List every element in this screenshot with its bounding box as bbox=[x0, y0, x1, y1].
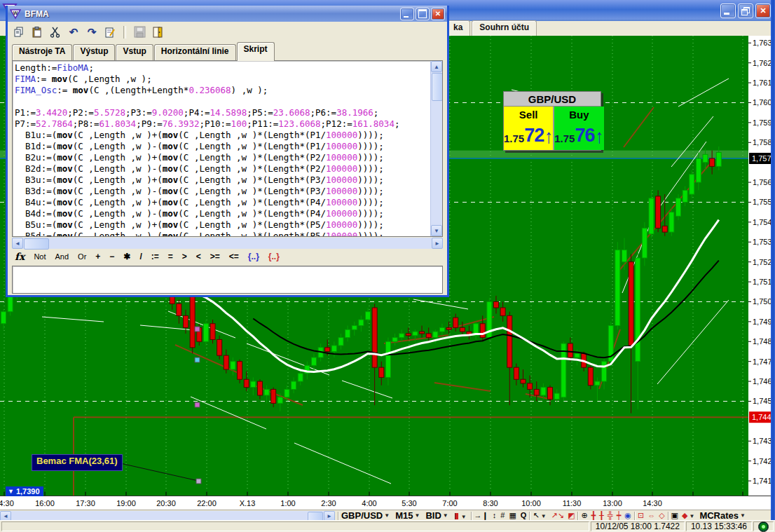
buy-up-arrow-icon: ↑ bbox=[596, 127, 604, 146]
editor-vertical-scrollbar[interactable]: ▲ ▼ bbox=[430, 61, 442, 236]
script-editor[interactable]: Length:=FiboMA;FIMA:= mov(C ,Length ,w )… bbox=[12, 60, 443, 237]
shapes-tool[interactable]: ◩ bbox=[568, 512, 575, 519]
svg-text:1,7470: 1,7470 bbox=[753, 357, 771, 366]
svg-text:W: W bbox=[13, 11, 18, 15]
fit-vertical-button[interactable]: ↕ bbox=[493, 512, 497, 519]
operator--button[interactable]: = bbox=[168, 252, 173, 261]
trend-arrows-tool[interactable]: ↗↘ bbox=[551, 512, 564, 519]
svg-text:22:00: 22:00 bbox=[197, 499, 217, 507]
operator--button[interactable]: := bbox=[151, 252, 159, 261]
price-axis[interactable]: 1,76301,76201,76101,76001,75901,75801,75… bbox=[748, 36, 771, 496]
grid-toggle-button[interactable]: # bbox=[500, 512, 505, 519]
doc-tab-partial[interactable]: ka bbox=[446, 20, 470, 36]
indicator-annotation-label[interactable]: Bemac FMA(23,61) bbox=[32, 454, 123, 471]
svg-text:1,7600: 1,7600 bbox=[753, 98, 771, 107]
price-type-selector[interactable]: BID bbox=[425, 510, 441, 521]
dialog-minimize-button[interactable] bbox=[400, 8, 414, 20]
svg-text:16:00: 16:00 bbox=[35, 499, 55, 507]
bfma-dialog: W BFMA ✕ ↶ ↷ bbox=[6, 6, 449, 297]
svg-text:X.13: X.13 bbox=[240, 499, 256, 507]
operator--button[interactable]: {..} bbox=[248, 252, 259, 261]
operator--button[interactable]: + bbox=[95, 252, 100, 261]
crosshair-small-tool[interactable]: ┿ bbox=[617, 512, 622, 519]
status-quote-time: 10/12/05 18:00 1.7422 bbox=[591, 521, 685, 531]
operator--button[interactable]: − bbox=[109, 252, 114, 261]
low-price-marker: ▼ 1,7390 bbox=[6, 486, 43, 496]
crosshair-tool[interactable]: ╋ bbox=[591, 512, 596, 519]
diamond-tool[interactable]: ◇ bbox=[659, 512, 664, 519]
operator-And-button[interactable]: And bbox=[55, 252, 69, 261]
operator-Or-button[interactable]: Or bbox=[78, 252, 86, 261]
horizontal-scroll-thumb[interactable] bbox=[24, 238, 49, 250]
edit-script-icon[interactable] bbox=[103, 25, 117, 39]
tab-vstup[interactable]: Vstup bbox=[116, 44, 153, 60]
svg-text:1,7610: 1,7610 bbox=[753, 79, 771, 87]
dotted-box-tool[interactable]: ⊡ bbox=[638, 512, 644, 519]
svg-text:1,7530: 1,7530 bbox=[753, 238, 771, 246]
crosshair-grid-tool[interactable]: ╬ bbox=[608, 512, 613, 519]
dashed-grid-button[interactable]: ▦ bbox=[509, 512, 516, 519]
symbol-selector[interactable]: GBP/USD bbox=[341, 510, 383, 521]
rates-source-selector[interactable]: MCRates bbox=[699, 510, 739, 521]
svg-text:1,7520: 1,7520 bbox=[753, 258, 771, 266]
operator-fx-button[interactable]: fx bbox=[15, 251, 25, 262]
editor-horizontal-scrollbar[interactable]: ◄ ► bbox=[12, 238, 443, 249]
dialog-maximize-button[interactable] bbox=[416, 8, 430, 20]
sell-button[interactable]: Sell 1.7572↑ bbox=[504, 107, 554, 150]
scroll-down-button[interactable]: ▼ bbox=[431, 225, 442, 236]
vertical-scroll-thumb[interactable] bbox=[432, 73, 443, 101]
alerts-button[interactable]: ◆▼ bbox=[682, 512, 696, 519]
undo-icon[interactable]: ↶ bbox=[67, 25, 81, 39]
tab-skript[interactable]: Skript bbox=[237, 42, 275, 61]
scroll-right-button[interactable]: ► bbox=[432, 238, 443, 249]
buy-button[interactable]: Buy 1.7576↑ bbox=[554, 107, 603, 150]
chevron-down-icon[interactable]: ▼ bbox=[384, 512, 390, 519]
dialog-close-button[interactable]: ✕ bbox=[431, 8, 445, 20]
operator-Not-button[interactable]: Not bbox=[34, 252, 46, 261]
chart-horizontal-scrollbar[interactable]: ◄ ► bbox=[0, 511, 335, 521]
tab-nastroje-ta[interactable]: Nástroje TA bbox=[12, 44, 72, 60]
window-list-button[interactable]: ▣ bbox=[671, 512, 678, 519]
bfma-dialog-titlebar[interactable]: W BFMA ✕ bbox=[8, 6, 447, 22]
chevron-down-icon[interactable]: ▼ bbox=[740, 512, 746, 519]
operator--button[interactable]: >= bbox=[210, 252, 220, 261]
paste-icon[interactable] bbox=[30, 25, 44, 39]
time-axis[interactable]: 14:3016:0017:3019:0020:3022:00X.131:002:… bbox=[0, 496, 771, 510]
zoom-in-button[interactable]: ⊕ bbox=[581, 512, 587, 519]
operator--button[interactable]: {..} bbox=[268, 252, 280, 261]
doc-tab-account-summary[interactable]: Souhrn účtu bbox=[472, 20, 537, 36]
tab-vystup[interactable]: Výstup bbox=[73, 44, 115, 60]
chevron-down-icon[interactable]: ▼ bbox=[414, 512, 420, 519]
main-minimize-button[interactable] bbox=[720, 4, 736, 18]
operator--button[interactable]: > bbox=[182, 252, 187, 261]
svg-text:7:00: 7:00 bbox=[442, 499, 457, 507]
svg-text:1,7442: 1,7442 bbox=[752, 413, 771, 421]
chevron-down-icon[interactable]: ▼ bbox=[443, 512, 448, 519]
timeframe-selector[interactable]: M15 bbox=[395, 510, 413, 521]
copy-icon[interactable] bbox=[12, 25, 26, 39]
operator--button[interactable]: / bbox=[139, 252, 142, 261]
cursor-tool-button[interactable]: ↖▼ bbox=[533, 512, 547, 519]
main-close-button[interactable]: ✕ bbox=[755, 4, 771, 18]
redo-icon[interactable]: ↷ bbox=[85, 25, 99, 39]
save-icon[interactable] bbox=[132, 25, 146, 39]
expression-input[interactable] bbox=[12, 266, 443, 294]
crosshair-box-tool[interactable]: ╂ bbox=[599, 512, 604, 519]
chart-toolbar: ◄ ► GBP/USD▼ M15▼ BID▼ ▼ →❙ ↕ # ▦ Q ↖▼ ↗… bbox=[0, 510, 771, 521]
quote-symbol: GBP/USD bbox=[504, 92, 601, 106]
horizontal-expand-tool[interactable]: ⇔ bbox=[647, 512, 655, 519]
operator--button[interactable]: ✱ bbox=[123, 252, 130, 261]
svg-text:1,7550: 1,7550 bbox=[753, 198, 771, 206]
refresh-button[interactable]: ◉ bbox=[624, 512, 631, 519]
quote-board-button[interactable]: Q bbox=[521, 512, 527, 519]
operator--button[interactable]: <= bbox=[229, 252, 239, 261]
operator--button[interactable]: < bbox=[196, 252, 201, 261]
chart-style-selector[interactable]: ▼ bbox=[453, 511, 468, 521]
scroll-up-button[interactable]: ▲ bbox=[431, 61, 442, 72]
main-restore-button[interactable] bbox=[738, 4, 753, 18]
scroll-left-button[interactable]: ◄ bbox=[12, 238, 23, 249]
cut-icon[interactable] bbox=[48, 25, 62, 39]
goto-end-button[interactable]: →❙ bbox=[474, 512, 488, 519]
exit-icon[interactable] bbox=[151, 25, 165, 39]
tab-horizontalni-linie[interactable]: Horizontální linie bbox=[154, 44, 236, 60]
